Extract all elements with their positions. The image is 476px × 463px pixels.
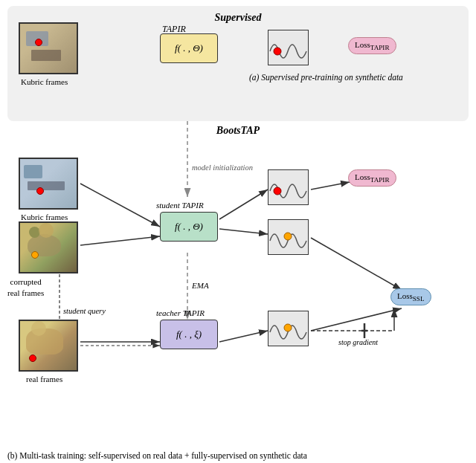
loss-tapir-supervised: LossTAPIR — [348, 37, 396, 54]
bootstap-label: BootsTAP — [216, 125, 260, 137]
svg-point-22 — [274, 48, 281, 55]
teacher-tapir-label: teacher TAPIR — [156, 308, 205, 317]
svg-line-14 — [311, 238, 402, 290]
svg-point-24 — [284, 233, 292, 240]
student-query-label: student query — [63, 307, 106, 315]
real-frame — [19, 320, 78, 372]
kubric-frame-bootstap — [19, 158, 78, 210]
output-box-kubric-bootstap — [268, 169, 309, 205]
stop-gradient-label: stop gradient — [338, 338, 378, 346]
kubric-frames-1-caption: Kubric frames — [21, 77, 68, 86]
corrupted-frames-caption: corruptedreal frames — [7, 276, 44, 300]
svg-line-10 — [80, 236, 160, 245]
func-box-student: f( . , Θ) — [160, 212, 218, 242]
output-box-supervised — [268, 30, 309, 65]
svg-line-9 — [311, 182, 350, 190]
student-tapir-label: student TAPIR — [156, 201, 204, 210]
svg-line-15 — [311, 308, 402, 331]
func-box-teacher: f( . , ξ) — [160, 320, 218, 349]
ema-label: EMA — [192, 281, 209, 290]
svg-line-8 — [219, 229, 268, 234]
svg-point-25 — [284, 324, 292, 331]
svg-point-23 — [274, 187, 281, 195]
corrupted-frame — [19, 221, 78, 273]
kubric-frame-supervised — [19, 22, 78, 74]
func-box-tapir-supervised: f( . , Θ) — [160, 33, 218, 63]
loss-tapir-bootstap: LossTAPIR — [348, 169, 396, 187]
diagram-container: Supervised TAPIR Kubric frames f( . , Θ)… — [0, 0, 476, 463]
svg-line-7 — [219, 190, 268, 219]
output-box-teacher — [268, 311, 309, 346]
model-init-label: model initialization — [192, 163, 253, 172]
svg-line-6 — [80, 184, 160, 227]
supervised-label: Supervised — [215, 12, 262, 24]
real-frames-caption: real frames — [26, 375, 62, 383]
loss-ssl: LossSSL — [390, 288, 431, 305]
kubric-frames-2-caption: Kubric frames — [21, 213, 68, 221]
svg-line-13 — [219, 331, 268, 342]
section-a-label: (a) Supervised pre-training on synthetic… — [249, 73, 403, 82]
section-b-label: (b) Multi-task training: self-supervised… — [7, 451, 469, 460]
output-box-student — [268, 219, 309, 255]
